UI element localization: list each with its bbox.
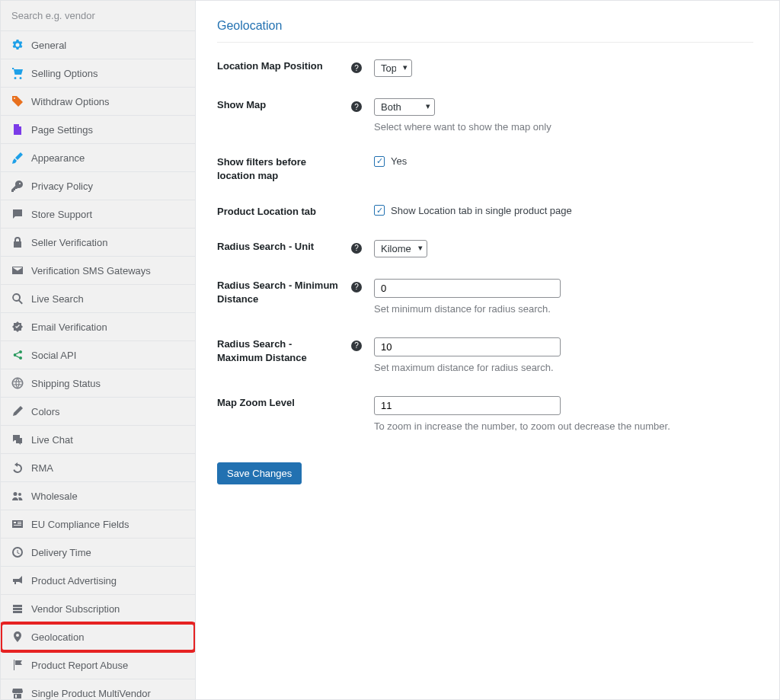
sidebar-item-general[interactable]: General (1, 31, 195, 59)
help-icon[interactable]: ? (351, 340, 362, 351)
sidebar-item-privacy-policy[interactable]: Privacy Policy (1, 172, 195, 200)
cart-icon (11, 67, 24, 79)
page-title: Geolocation (217, 19, 753, 43)
checkbox-show-filters[interactable]: ✓ Yes (374, 155, 587, 167)
sidebar-item-label: Email Verification (31, 321, 107, 333)
sidebar-item-geolocation[interactable]: Geolocation (1, 623, 195, 651)
main-panel: Geolocation Location Map Position ? Top … (196, 0, 780, 700)
check-icon: ✓ (374, 156, 385, 167)
sidebar-item-label: Verification SMS Gateways (31, 265, 151, 276)
label-radius-min: Radius Search - Minimum Distance (217, 279, 339, 306)
checkbox-product-location[interactable]: ✓ Show Location tab in single product pa… (374, 205, 753, 216)
share-icon (11, 349, 24, 361)
sidebar-item-label: Live Search (31, 293, 84, 305)
sidebar-item-verification-sms-gateways[interactable]: Verification SMS Gateways (1, 257, 195, 285)
stack-icon (11, 603, 24, 615)
input-radius-max[interactable] (374, 337, 561, 356)
settings-sidebar: Search e.g. vendor GeneralSelling Option… (0, 0, 196, 700)
help-text-radius-max: Set maximum distance for radius search. (374, 361, 753, 375)
select-radius-unit[interactable]: Kilometers (374, 240, 427, 257)
users-icon (11, 490, 24, 502)
chat-icon (11, 208, 24, 220)
sidebar-item-vendor-subscription[interactable]: Vendor Subscription (1, 595, 195, 623)
help-text-show-map: Select where want to show the map only (374, 120, 753, 134)
sidebar-item-label: Vendor Subscription (31, 603, 120, 615)
key-icon (11, 180, 24, 192)
mail-icon (11, 264, 24, 276)
help-text-map-zoom: To zoom in increase the number, to zoom … (374, 420, 753, 433)
sidebar-item-label: General (31, 40, 66, 51)
sidebar-item-label: Geolocation (31, 631, 84, 643)
sidebar-item-label: Colors (31, 406, 60, 417)
brush-icon (11, 152, 24, 164)
sidebar-item-shipping-status[interactable]: Shipping Status (1, 369, 195, 398)
sidebar-item-label: Shipping Status (31, 378, 101, 389)
comment-icon (11, 433, 24, 446)
sidebar-item-live-chat[interactable]: Live Chat (1, 426, 195, 454)
sidebar-item-seller-verification[interactable]: Seller Verification (1, 229, 195, 257)
help-icon[interactable]: ? (351, 282, 362, 292)
select-show-map[interactable]: Both (374, 98, 435, 116)
lock-icon (11, 236, 24, 248)
page-icon (11, 123, 24, 136)
sidebar-item-product-advertising[interactable]: Product Advertising (1, 567, 195, 595)
help-icon[interactable]: ? (351, 101, 362, 112)
pin-icon (11, 631, 24, 643)
row-location-map-position: Location Map Position ? Top (217, 59, 753, 77)
undo-icon (11, 462, 24, 474)
sidebar-item-live-search[interactable]: Live Search (1, 285, 195, 313)
sidebar-item-product-report-abuse[interactable]: Product Report Abuse (1, 651, 195, 679)
sidebar-item-label: Page Settings (31, 124, 93, 136)
sidebar-item-rma[interactable]: RMA (1, 454, 195, 482)
sidebar-item-label: Social API (31, 350, 76, 361)
select-location-map-position[interactable]: Top (374, 59, 412, 77)
input-radius-min[interactable] (374, 279, 561, 298)
sidebar-item-email-verification[interactable]: Email Verification (1, 313, 195, 341)
sidebar-item-label: Withdraw Options (31, 96, 110, 107)
sidebar-item-single-product-multivendor[interactable]: Single Product MultiVendor (1, 679, 195, 699)
sidebar-item-colors[interactable]: Colors (1, 398, 195, 426)
nav-list: GeneralSelling OptionsWithdraw OptionsPa… (1, 31, 195, 699)
clock-icon (11, 546, 24, 558)
sidebar-item-label: Privacy Policy (31, 181, 93, 192)
megaphone-icon (11, 574, 24, 587)
sidebar-item-label: RMA (31, 462, 53, 474)
sidebar-item-eu-compliance-fields[interactable]: EU Compliance Fields (1, 510, 195, 539)
checkbox-label: Show Location tab in single product page (391, 205, 572, 216)
sidebar-item-label: Product Report Abuse (31, 660, 128, 671)
svg-point-0 (13, 379, 23, 388)
input-map-zoom[interactable] (374, 396, 561, 415)
row-product-location: Product Location tab ✓ Show Location tab… (217, 205, 753, 219)
label-radius-unit: Radius Search - Unit (217, 240, 339, 254)
label-show-map: Show Map (217, 98, 339, 112)
verify-icon (11, 321, 24, 333)
search-icon (11, 292, 24, 305)
sidebar-item-social-api[interactable]: Social API (1, 341, 195, 369)
help-text-radius-min: Set minimum distance for radius search. (374, 302, 753, 316)
row-show-filters: Show filters before location map ✓ Yes (217, 155, 753, 183)
sidebar-item-wholesale[interactable]: Wholesale (1, 482, 195, 510)
sidebar-item-store-support[interactable]: Store Support (1, 200, 195, 229)
sidebar-item-label: Appearance (31, 152, 85, 164)
sidebar-item-label: Store Support (31, 209, 92, 220)
sidebar-item-label: Delivery Time (31, 547, 91, 558)
sidebar-item-selling-options[interactable]: Selling Options (1, 59, 195, 88)
sidebar-item-withdraw-options[interactable]: Withdraw Options (1, 88, 195, 116)
sidebar-item-appearance[interactable]: Appearance (1, 144, 195, 172)
checkbox-label: Yes (391, 155, 407, 167)
save-button[interactable]: Save Changes (217, 462, 302, 484)
sidebar-item-page-settings[interactable]: Page Settings (1, 116, 195, 144)
help-icon[interactable]: ? (351, 62, 362, 73)
tag-icon (11, 95, 24, 107)
row-radius-min: Radius Search - Minimum Distance ? Set m… (217, 279, 753, 316)
row-map-zoom: Map Zoom Level To zoom in increase the n… (217, 396, 753, 433)
sidebar-item-label: EU Compliance Fields (31, 519, 129, 530)
help-icon[interactable]: ? (351, 243, 362, 254)
sidebar-item-label: Single Product MultiVendor (31, 688, 151, 699)
flag-icon (11, 659, 24, 671)
sidebar-item-label: Live Chat (31, 434, 73, 446)
label-product-location: Product Location tab (217, 205, 339, 219)
sidebar-item-delivery-time[interactable]: Delivery Time (1, 539, 195, 567)
search-input[interactable]: Search e.g. vendor (1, 1, 195, 31)
sidebar-item-label: Wholesale (31, 491, 78, 502)
